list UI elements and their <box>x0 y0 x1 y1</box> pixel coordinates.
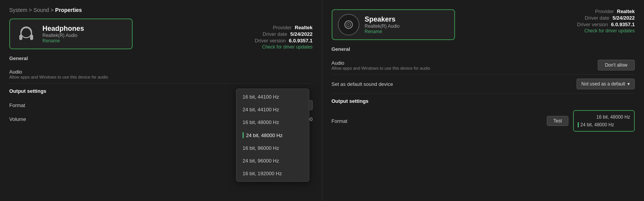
check-driver-updates-link-right[interactable]: Check for driver updates <box>577 28 635 34</box>
headphones-info: Headphones Realtek(R) Audio Rename <box>42 25 84 44</box>
not-used-as-default-label: Not used as a default <box>582 81 625 87</box>
breadcrumb-system[interactable]: System <box>9 7 27 13</box>
dropdown-item-label-0: 16 bit, 44100 Hz <box>243 94 279 100</box>
right-panel: Speakers Realtek(R) Audio Rename Provide… <box>322 0 644 201</box>
format-row-right: Format Test 16 bit, 48000 Hz 24 bit, 480… <box>332 107 635 135</box>
r-driver-date-label: Driver date <box>585 15 610 21</box>
headphones-name: Headphones <box>42 25 84 33</box>
audio-label-right: Audio <box>332 60 430 66</box>
r-provider-label: Provider <box>595 8 614 14</box>
dropdown-item-4[interactable]: 16 bit, 96000 Hz <box>236 142 309 154</box>
breadcrumb-sound[interactable]: Sound <box>34 7 49 13</box>
provider-value: Realtek <box>295 25 312 30</box>
speakers-name: Speakers <box>365 15 400 23</box>
speakers-driver-info: Provider Realtek Driver date 5/24/2022 D… <box>577 8 635 34</box>
driver-date-label: Driver date <box>263 31 287 37</box>
audio-desc-right: Allow apps and Windows to use this devic… <box>332 66 430 70</box>
dropdown-item-6[interactable]: 16 bit, 192000 Hz <box>236 167 309 180</box>
speakers-rename-link[interactable]: Rename <box>365 29 400 34</box>
speakers-device-card: Speakers Realtek(R) Audio Rename <box>332 9 455 40</box>
format-label-right: Format <box>332 118 347 124</box>
breadcrumb-properties: Properties <box>55 7 82 13</box>
r-provider-value: Realtek <box>617 8 635 14</box>
audio-setting-row-left: Audio Allow apps and Windows to use this… <box>9 65 313 84</box>
test-button-right[interactable]: Test <box>547 116 568 126</box>
check-driver-updates-link-left[interactable]: Check for driver updates <box>255 44 313 50</box>
speakers-subtitle: Realtek(R) Audio <box>365 23 400 29</box>
default-device-row: Set as default sound device Not used as … <box>332 75 635 94</box>
audio-desc-left: Allow apps and Windows to use this devic… <box>9 75 108 79</box>
dropdown-item-label-3: 24 bit, 48000 Hz <box>246 132 283 138</box>
default-label: Set as default sound device <box>332 81 393 87</box>
general-section-title-right: General <box>332 46 635 52</box>
driver-version-value: 6.0.9357.1 <box>289 38 312 44</box>
r-driver-version-value: 6.0.9357.1 <box>611 22 635 27</box>
driver-date-value: 5/24/2022 <box>290 31 313 37</box>
headphones-subtitle: Realtek(R) Audio <box>42 33 84 38</box>
dropdown-item-1[interactable]: 24 bit, 44100 Hz <box>236 103 309 116</box>
dropdown-item-0[interactable]: 16 bit, 44100 Hz <box>236 90 309 103</box>
format-selected-indicator <box>578 122 579 127</box>
headphones-driver-info: Provider Realtek Driver date 5/24/2022 D… <box>255 25 313 50</box>
selected-indicator <box>243 132 244 138</box>
format-option-1: 16 bit, 48000 Hz <box>578 113 630 121</box>
provider-label: Provider <box>273 25 292 30</box>
left-panel: System > Sound > Properties Headphones R… <box>0 0 322 201</box>
headphones-device-card: Headphones Realtek(R) Audio Rename <box>9 18 133 49</box>
dropdown-item-label-6: 16 bit, 192000 Hz <box>243 171 282 176</box>
format-label-left: Format <box>9 102 25 108</box>
speakers-info: Speakers Realtek(R) Audio Rename <box>365 15 400 34</box>
chevron-down-icon: ▾ <box>627 81 630 87</box>
output-settings-title-right: Output settings <box>332 98 635 104</box>
svg-point-0 <box>21 27 32 38</box>
volume-label-left: Volume <box>9 116 26 122</box>
dropdown-item-label-2: 16 bit, 48000 Hz <box>243 119 279 125</box>
dropdown-item-5[interactable]: 24 bit, 96000 Hz <box>236 154 309 167</box>
r-driver-date-value: 5/24/2022 <box>612 15 635 21</box>
dropdown-item-label-5: 24 bit, 96000 Hz <box>243 158 279 164</box>
format-dropdown[interactable]: 16 bit, 44100 Hz 24 bit, 44100 Hz 16 bit… <box>236 89 309 182</box>
headphones-rename-link[interactable]: Rename <box>42 38 84 44</box>
default-device-dropdown[interactable]: Not used as a default ▾ <box>577 79 635 89</box>
breadcrumb: System > Sound > Properties <box>9 7 313 13</box>
dropdown-item-label-1: 24 bit, 44100 Hz <box>243 107 279 112</box>
format-options-box[interactable]: 16 bit, 48000 Hz 24 bit, 48000 Hz <box>573 110 635 132</box>
dropdown-item-label-4: 16 bit, 96000 Hz <box>243 145 279 151</box>
format-option-2: 24 bit, 48000 Hz <box>578 121 630 129</box>
headphones-icon <box>15 23 37 45</box>
r-driver-version-label: Driver version <box>577 22 608 27</box>
dropdown-item-2[interactable]: 16 bit, 48000 Hz <box>236 116 309 129</box>
dont-allow-button[interactable]: Don't allow <box>598 60 635 70</box>
driver-version-label: Driver version <box>255 38 286 44</box>
dropdown-item-3[interactable]: 24 bit, 48000 Hz <box>236 129 309 142</box>
general-section-title-left: General <box>9 55 313 61</box>
speakers-icon <box>338 14 359 35</box>
svg-point-5 <box>348 24 349 25</box>
audio-setting-row-right: Audio Allow apps and Windows to use this… <box>332 56 635 75</box>
audio-label-left: Audio <box>9 69 108 75</box>
